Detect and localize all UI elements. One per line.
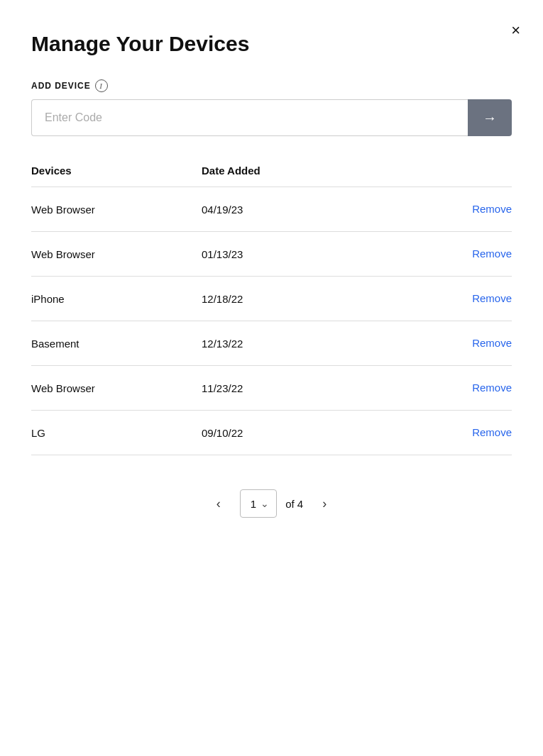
device-name: Basement bbox=[31, 338, 202, 350]
device-date: 12/18/22 bbox=[202, 293, 448, 305]
add-device-label: ADD DEVICE i bbox=[31, 79, 512, 92]
devices-table: Devices Date Added Web Browser 04/19/23 … bbox=[31, 165, 512, 455]
device-name: iPhone bbox=[31, 293, 202, 305]
code-input[interactable] bbox=[31, 99, 468, 136]
table-body: Web Browser 04/19/23 Remove Web Browser … bbox=[31, 187, 512, 455]
remove-cell: Remove bbox=[448, 248, 512, 260]
prev-page-button[interactable]: ‹ bbox=[206, 491, 231, 516]
chevron-down-icon: ⌄ bbox=[260, 498, 269, 509]
manage-devices-modal: × Manage Your Devices ADD DEVICE i → Dev… bbox=[0, 0, 543, 756]
remove-button[interactable]: Remove bbox=[448, 337, 512, 349]
page-of-label: of 4 bbox=[285, 498, 303, 510]
add-device-text: ADD DEVICE bbox=[31, 81, 91, 91]
remove-cell: Remove bbox=[448, 203, 512, 216]
current-page: 1 bbox=[251, 498, 256, 510]
close-button[interactable]: × bbox=[511, 23, 520, 38]
next-page-button[interactable]: › bbox=[312, 491, 337, 516]
remove-button[interactable]: Remove bbox=[448, 292, 512, 304]
table-row: Web Browser 01/13/23 Remove bbox=[31, 232, 512, 277]
table-row: Basement 12/13/22 Remove bbox=[31, 321, 512, 366]
col-header-devices: Devices bbox=[31, 165, 202, 177]
table-header: Devices Date Added bbox=[31, 165, 512, 187]
pagination: ‹ 1 ⌄ of 4 › bbox=[31, 489, 512, 518]
arrow-right-icon: → bbox=[483, 110, 497, 126]
page-title: Manage Your Devices bbox=[31, 31, 512, 57]
device-date: 09/10/22 bbox=[202, 427, 448, 439]
table-row: LG 09/10/22 Remove bbox=[31, 411, 512, 455]
device-date: 04/19/23 bbox=[202, 204, 448, 216]
table-row: Web Browser 04/19/23 Remove bbox=[31, 187, 512, 232]
submit-button[interactable]: → bbox=[468, 99, 512, 136]
remove-button[interactable]: Remove bbox=[448, 203, 512, 215]
device-date: 01/13/23 bbox=[202, 248, 448, 260]
device-date: 11/23/22 bbox=[202, 382, 448, 394]
remove-button[interactable]: Remove bbox=[448, 426, 512, 438]
device-name: LG bbox=[31, 427, 202, 439]
col-header-date: Date Added bbox=[202, 165, 448, 177]
device-name: Web Browser bbox=[31, 382, 202, 394]
info-icon[interactable]: i bbox=[95, 79, 108, 92]
remove-button[interactable]: Remove bbox=[448, 248, 512, 260]
table-row: Web Browser 11/23/22 Remove bbox=[31, 366, 512, 411]
remove-cell: Remove bbox=[448, 426, 512, 439]
table-row: iPhone 12/18/22 Remove bbox=[31, 277, 512, 321]
remove-button[interactable]: Remove bbox=[448, 382, 512, 394]
page-select[interactable]: 1 ⌄ bbox=[240, 489, 277, 518]
remove-cell: Remove bbox=[448, 337, 512, 350]
device-date: 12/13/22 bbox=[202, 338, 448, 350]
remove-cell: Remove bbox=[448, 292, 512, 305]
add-device-row: → bbox=[31, 99, 512, 136]
remove-cell: Remove bbox=[448, 382, 512, 394]
device-name: Web Browser bbox=[31, 248, 202, 260]
device-name: Web Browser bbox=[31, 204, 202, 216]
